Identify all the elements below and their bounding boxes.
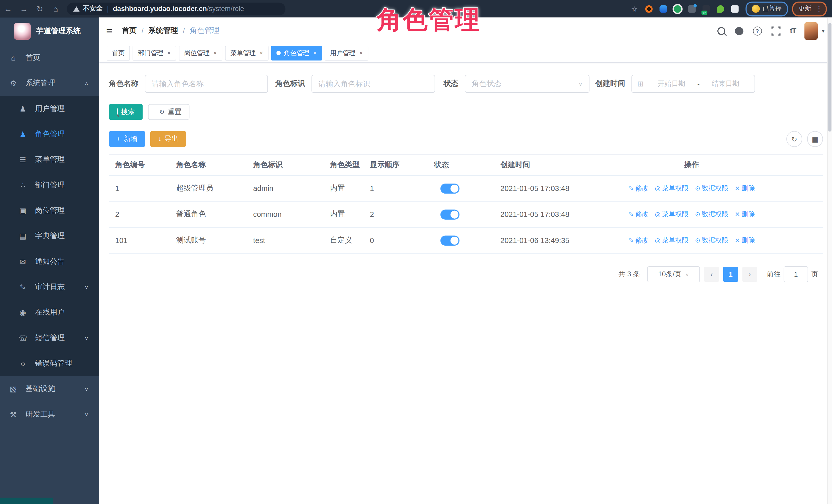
sidebar-item-online-users[interactable]: ◉ 在线用户	[0, 300, 99, 325]
sidebar-item-menus[interactable]: ☰ 菜单管理	[0, 147, 99, 172]
user-avatar[interactable]	[804, 22, 817, 39]
help-icon[interactable]: ?	[753, 26, 762, 35]
status-select[interactable]: 角色状态 ∨	[465, 75, 590, 93]
hamburger-icon[interactable]: ≡	[106, 25, 112, 37]
search-actions: 搜索 ↻ 重置	[109, 104, 823, 120]
prev-page-button[interactable]: ‹	[704, 267, 719, 282]
sidebar-item-label: 用户管理	[35, 104, 65, 113]
browser-forward-icon[interactable]: →	[16, 4, 32, 13]
page-title-annotation: 角色管理	[376, 3, 481, 36]
delete-role-link[interactable]: ✕删除	[735, 184, 755, 193]
sidebar-item-dict[interactable]: ▤ 字典管理	[0, 223, 99, 249]
cell-role-key: common	[246, 210, 323, 219]
role-name-input[interactable]	[145, 75, 268, 93]
next-icon: ›	[748, 270, 751, 278]
sidebar-item-infrastructure[interactable]: ▧ 基础设施 ∨	[0, 376, 99, 401]
tab-close-icon[interactable]: ×	[213, 50, 217, 56]
tab-posts[interactable]: 岗位管理 ×	[179, 46, 222, 60]
github-icon[interactable]	[735, 27, 743, 35]
extension-icon[interactable]	[645, 5, 653, 12]
sidebar-item-users[interactable]: ♟ 用户管理	[0, 96, 99, 122]
extension-icon[interactable]: on	[703, 5, 710, 12]
browser-home-icon[interactable]: ⌂	[48, 4, 63, 13]
tab-close-icon[interactable]: ×	[359, 50, 363, 56]
menu-permission-link[interactable]: ◎菜单权限	[655, 210, 688, 219]
scrollbar-thumb[interactable]	[828, 23, 831, 132]
sidebar-item-notice[interactable]: ✉ 通知公告	[0, 249, 99, 274]
start-date-input[interactable]: 开始日期	[648, 79, 695, 88]
sidebar-item-error-codes[interactable]: ‹› 错误码管理	[0, 351, 99, 376]
status-toggle[interactable]	[440, 183, 460, 193]
bookmark-star-icon[interactable]: ☆	[631, 5, 638, 13]
fullscreen-icon[interactable]	[772, 26, 780, 35]
page-size-select[interactable]: 10条/页 ∨	[647, 266, 700, 282]
add-button[interactable]: + 新增	[109, 131, 146, 147]
page-number-button[interactable]: 1	[723, 267, 738, 282]
extensions-puzzle-icon[interactable]	[731, 5, 739, 12]
sidebar-item-dev-tools[interactable]: ⚒ 研发工具 ∨	[0, 402, 99, 427]
menu-permission-link[interactable]: ◎菜单权限	[655, 184, 688, 193]
extension-icon[interactable]	[659, 5, 667, 12]
breadcrumb-system[interactable]: 系统管理	[149, 26, 178, 35]
tab-departments[interactable]: 部门管理 ×	[133, 46, 176, 60]
caret-down-icon[interactable]: ▾	[822, 28, 825, 34]
column-settings-button[interactable]: ▦	[807, 131, 823, 147]
app-logo[interactable]: 芋道管理系统	[0, 18, 99, 45]
extension-icon[interactable]	[674, 5, 681, 12]
sidebar-item-audit-log[interactable]: ✎ 审计日志 ∨	[0, 274, 99, 300]
browser-back-icon[interactable]: ←	[0, 4, 16, 13]
menu-permission-link[interactable]: ◎菜单权限	[655, 236, 688, 245]
search-icon[interactable]	[717, 27, 725, 35]
tab-close-icon[interactable]: ×	[167, 50, 171, 56]
browser-reload-icon[interactable]: ↻	[32, 4, 48, 14]
sidebar-item-roles[interactable]: ♟ 角色管理	[0, 122, 99, 147]
tab-home[interactable]: 首页	[107, 46, 130, 60]
font-size-icon[interactable]: tT	[790, 26, 796, 35]
date-range-separator: -	[697, 80, 700, 88]
tab-close-icon[interactable]: ×	[259, 50, 263, 56]
page-scrollbar[interactable]	[827, 18, 832, 504]
sidebar-item-system[interactable]: ⚙ 系统管理 ∧	[0, 71, 99, 96]
sidebar-item-home[interactable]: ⌂ 首页	[0, 45, 99, 71]
date-range-picker[interactable]: ⊞ 开始日期 - 结束日期	[631, 75, 755, 93]
col-role-name: 角色名称	[170, 160, 246, 170]
role-key-input[interactable]	[312, 75, 435, 93]
sidebar-item-sms[interactable]: ☏ 短信管理 ∨	[0, 325, 99, 351]
browser-update-button[interactable]: 更新 ⋮	[792, 1, 827, 16]
status-toggle[interactable]	[440, 209, 460, 219]
next-page-button[interactable]: ›	[742, 267, 757, 282]
delete-role-link[interactable]: ✕删除	[735, 210, 755, 219]
tab-users[interactable]: 用户管理 ×	[325, 46, 368, 60]
data-permission-icon: ⊙	[695, 211, 700, 218]
tab-label: 用户管理	[330, 49, 355, 57]
breadcrumb-home[interactable]: 首页	[122, 26, 137, 35]
security-label: 不安全	[83, 4, 103, 13]
status-toggle[interactable]	[440, 235, 460, 245]
edit-role-link[interactable]: ✎修改	[628, 210, 649, 219]
sidebar-item-posts[interactable]: ▣ 岗位管理	[0, 198, 99, 223]
data-permission-link[interactable]: ⊙数据权限	[695, 210, 728, 219]
refresh-icon: ↻	[791, 135, 797, 143]
address-bar[interactable]: 不安全 | dashboard.yudao.iocoder.cn/system/…	[67, 2, 286, 15]
delete-role-link[interactable]: ✕删除	[735, 236, 755, 245]
extension-icon[interactable]	[688, 5, 696, 12]
end-date-input[interactable]: 结束日期	[702, 79, 749, 88]
search-button[interactable]: 搜索	[109, 104, 142, 120]
refresh-table-button[interactable]: ↻	[786, 131, 802, 147]
goto-page-input[interactable]	[784, 266, 808, 282]
extension-icon[interactable]	[717, 5, 724, 12]
data-permission-link[interactable]: ⊙数据权限	[695, 184, 728, 193]
browser-menu-kebab-icon[interactable]: ⋮	[815, 5, 823, 13]
sidebar-item-departments[interactable]: ∴ 部门管理	[0, 173, 99, 198]
edit-role-link[interactable]: ✎修改	[628, 184, 649, 193]
export-button[interactable]: ↓ 导出	[150, 131, 186, 147]
profile-paused-chip[interactable]: 已暂停	[746, 1, 788, 16]
tab-close-icon[interactable]: ×	[313, 50, 317, 56]
reset-button[interactable]: ↻ 重置	[148, 104, 189, 120]
tab-menus[interactable]: 菜单管理 ×	[225, 46, 269, 60]
tab-label: 角色管理	[284, 49, 309, 57]
tab-roles[interactable]: 角色管理 ×	[271, 46, 322, 60]
edit-role-link[interactable]: ✎修改	[628, 236, 649, 245]
dashboard-icon: ⌂	[8, 54, 18, 62]
data-permission-link[interactable]: ⊙数据权限	[695, 236, 728, 245]
